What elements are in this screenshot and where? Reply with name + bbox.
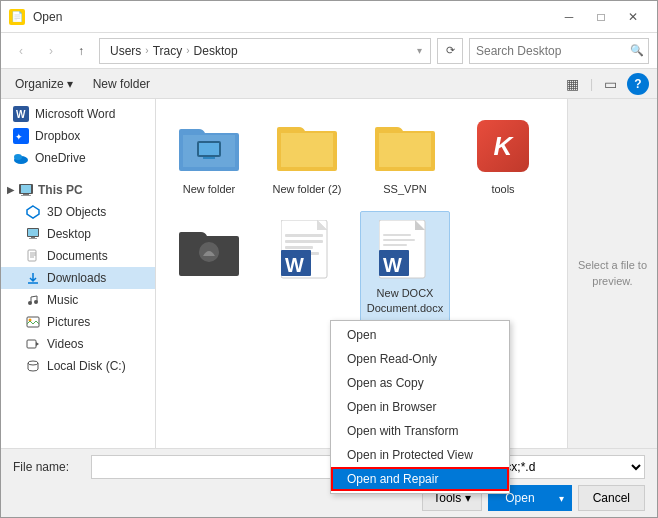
breadcrumb-sep-2: › <box>186 45 189 56</box>
breadcrumb-desktop[interactable]: Desktop <box>192 43 240 59</box>
sidebar-3d-label: 3D Objects <box>47 205 106 219</box>
title-icon: 📄 <box>9 9 25 25</box>
svg-text:W: W <box>285 254 304 276</box>
organize-button[interactable]: Organize ▾ <box>9 72 79 96</box>
music-icon <box>25 292 41 308</box>
computer-icon <box>18 182 34 198</box>
file-label-tools: tools <box>491 182 514 196</box>
open-dropdown-icon: ▾ <box>559 493 564 504</box>
close-button[interactable]: ✕ <box>617 1 649 33</box>
preview-text: Select a file to preview. <box>576 258 649 289</box>
file-item-new-docx[interactable]: W New DOCX Document.docx <box>360 211 450 322</box>
sidebar: W Microsoft Word ✦ Dropbox OneDrive ▶ <box>1 99 156 448</box>
main-content: W Microsoft Word ✦ Dropbox OneDrive ▶ <box>1 99 657 448</box>
context-menu-open-with-transform[interactable]: Open with Transform <box>331 419 509 443</box>
title-bar: 📄 Open ─ □ ✕ <box>1 1 657 33</box>
svg-rect-36 <box>285 246 313 249</box>
sidebar-desktop-label: Desktop <box>47 227 91 241</box>
address-box[interactable]: Users › Tracy › Desktop ▾ <box>99 38 431 64</box>
file-item-word-doc[interactable]: W <box>262 211 352 322</box>
back-button[interactable]: ‹ <box>9 39 33 63</box>
docx-file-icon: W <box>373 218 437 282</box>
forward-button[interactable]: › <box>39 39 63 63</box>
minimize-button[interactable]: ─ <box>553 1 585 33</box>
view-toggle-button[interactable]: ▦ <box>560 72 586 96</box>
open-dialog-window: 📄 Open ─ □ ✕ ‹ › ↑ Users › Tracy › Deskt… <box>0 0 658 518</box>
svg-point-20 <box>28 301 32 305</box>
sidebar-item-pictures[interactable]: Pictures <box>1 311 155 333</box>
toolbar: Organize ▾ New folder ▦ | ▭ ? <box>1 69 657 99</box>
file-item-dark-folder[interactable] <box>164 211 254 322</box>
sidebar-item-dropbox[interactable]: ✦ Dropbox <box>1 125 155 147</box>
word-icon: W <box>13 106 29 122</box>
file-item-tools[interactable]: K tools <box>458 107 548 203</box>
svg-rect-7 <box>21 185 31 193</box>
help-button[interactable]: ? <box>627 73 649 95</box>
filename-row: File name: ents (*.docx;*.d <box>13 455 645 479</box>
open-dropdown-button[interactable]: ▾ <box>552 485 572 511</box>
downloads-icon <box>25 270 41 286</box>
svg-rect-8 <box>23 194 29 195</box>
refresh-button[interactable]: ⟳ <box>437 38 463 64</box>
organize-label: Organize <box>15 77 64 91</box>
folder-vpn-icon <box>373 114 437 178</box>
kaspersky-app-icon: K <box>471 114 535 178</box>
file-item-ss-vpn[interactable]: SS_VPN <box>360 107 450 203</box>
cancel-button[interactable]: Cancel <box>578 485 645 511</box>
up-button[interactable]: ↑ <box>69 39 93 63</box>
pictures-icon <box>25 314 41 330</box>
expand-icon: ▶ <box>7 185 14 195</box>
search-box[interactable]: 🔍 <box>469 38 649 64</box>
context-menu-open-readonly[interactable]: Open Read-Only <box>331 347 509 371</box>
svg-rect-44 <box>383 244 407 246</box>
sidebar-item-music[interactable]: Music <box>1 289 155 311</box>
sidebar-documents-label: Documents <box>47 249 108 263</box>
address-bar: ‹ › ↑ Users › Tracy › Desktop ▾ ⟳ 🔍 <box>1 33 657 69</box>
context-menu-open[interactable]: Open <box>331 323 509 347</box>
sidebar-item-downloads[interactable]: Downloads <box>1 267 155 289</box>
sidebar-downloads-label: Downloads <box>47 271 106 285</box>
window-title: Open <box>33 10 62 24</box>
maximize-button[interactable]: □ <box>585 1 617 33</box>
file-item-new-folder-2[interactable]: New folder (2) <box>262 107 352 203</box>
dropbox-icon: ✦ <box>13 128 29 144</box>
file-label-ss-vpn: SS_VPN <box>383 182 426 196</box>
sidebar-item-local-disk[interactable]: Local Disk (C:) <box>1 355 155 377</box>
sidebar-dropbox-label: Dropbox <box>35 129 80 143</box>
svg-rect-35 <box>285 240 323 243</box>
context-menu-open-as-copy[interactable]: Open as Copy <box>331 371 509 395</box>
new-folder-label: New folder <box>93 77 150 91</box>
file-item-new-folder[interactable]: New folder <box>164 107 254 203</box>
dark-folder-icon <box>177 218 241 282</box>
title-bar-left: 📄 Open <box>9 9 62 25</box>
sidebar-pictures-label: Pictures <box>47 315 90 329</box>
svg-rect-43 <box>383 239 415 241</box>
sidebar-item-onedrive[interactable]: OneDrive <box>1 147 155 169</box>
svg-text:W: W <box>16 109 26 120</box>
context-menu-open-in-browser[interactable]: Open in Browser <box>331 395 509 419</box>
breadcrumb: Users › Tracy › Desktop <box>108 43 240 59</box>
toolbar-right: ▦ | ▭ ? <box>560 72 649 96</box>
svg-text:W: W <box>383 254 402 276</box>
sidebar-item-documents[interactable]: Documents <box>1 245 155 267</box>
folder-yellow-icon <box>275 114 339 178</box>
new-folder-button[interactable]: New folder <box>87 72 156 96</box>
file-label-new-docx: New DOCX Document.docx <box>365 286 445 315</box>
sidebar-item-word[interactable]: W Microsoft Word <box>1 103 155 125</box>
sidebar-item-videos[interactable]: Videos <box>1 333 155 355</box>
svg-point-5 <box>14 154 22 160</box>
file-grid: New folder New folder (2) <box>164 107 559 322</box>
layout-button[interactable]: ▭ <box>597 72 623 96</box>
breadcrumb-users[interactable]: Users <box>108 43 143 59</box>
svg-point-21 <box>34 300 38 304</box>
context-menu-open-protected[interactable]: Open in Protected View <box>331 443 509 448</box>
sidebar-this-pc[interactable]: ▶ This PC <box>1 177 155 201</box>
svg-rect-29 <box>203 157 215 159</box>
address-dropdown-icon[interactable]: ▾ <box>417 45 422 56</box>
sidebar-item-desktop[interactable]: Desktop <box>1 223 155 245</box>
breadcrumb-tracy[interactable]: Tracy <box>151 43 185 59</box>
title-bar-controls: ─ □ ✕ <box>553 1 649 33</box>
sidebar-local-disk-label: Local Disk (C:) <box>47 359 126 373</box>
search-input[interactable] <box>476 44 626 58</box>
sidebar-item-3d-objects[interactable]: 3D Objects <box>1 201 155 223</box>
